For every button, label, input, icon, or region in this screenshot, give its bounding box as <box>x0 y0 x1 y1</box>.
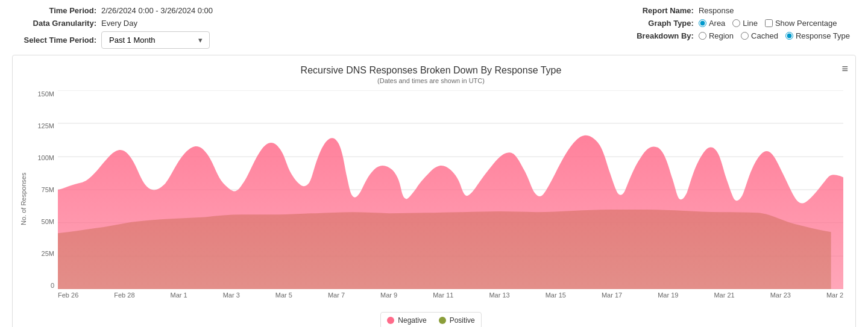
chart-title: Recursive DNS Responses Broken Down By R… <box>19 65 843 76</box>
y-tick: 0 <box>51 282 54 289</box>
granularity-row: Data Granularity: Every Day <box>18 19 213 28</box>
y-tick: 125M <box>37 122 54 129</box>
legend-positive: Positive <box>439 316 475 325</box>
radio-response-type-label: Response Type <box>796 31 850 40</box>
left-controls: Time Period: 2/26/2024 0:00 - 3/26/2024 … <box>18 6 213 49</box>
show-percentage-item[interactable]: Show Percentage <box>765 19 837 28</box>
breakdown-row: Breakdown By: Region Cached Response Typ… <box>615 31 850 40</box>
radio-region[interactable]: Region <box>699 31 734 40</box>
right-controls: Report Name: Response Graph Type: Area L… <box>615 6 850 49</box>
x-tick: Mar 9 <box>380 291 397 299</box>
chart-container: ≡ Recursive DNS Responses Broken Down By… <box>12 55 856 327</box>
show-percentage-checkbox[interactable] <box>765 19 773 27</box>
x-tick: Mar 3 <box>223 291 240 299</box>
x-tick: Feb 26 <box>58 291 78 299</box>
chart-plot <box>58 90 843 289</box>
radio-line-label: Line <box>743 19 758 28</box>
x-tick: Mar 11 <box>433 291 453 299</box>
y-tick: 50M <box>42 218 54 225</box>
y-axis: 150M125M100M75M50M25M0 <box>31 90 58 289</box>
x-tick: Mar 5 <box>275 291 292 299</box>
radio-area-label: Area <box>709 19 725 28</box>
x-tick: Mar 15 <box>546 291 566 299</box>
x-tick: Mar 17 <box>602 291 622 299</box>
report-name-row: Report Name: Response <box>615 6 850 15</box>
graph-type-label: Graph Type: <box>615 19 694 28</box>
time-period-value: 2/26/2024 0:00 - 3/26/2024 0:00 <box>101 6 213 15</box>
radio-area[interactable]: Area <box>699 19 725 28</box>
y-tick: 150M <box>37 90 54 98</box>
radio-response-type-input[interactable] <box>785 32 793 40</box>
x-tick: Mar 23 <box>770 291 791 299</box>
x-tick: Mar 2 <box>826 291 843 299</box>
breakdown-group: Region Cached Response Type <box>699 31 850 40</box>
x-tick: Mar 1 <box>171 291 187 299</box>
x-tick: Mar 7 <box>328 291 345 299</box>
y-tick: 75M <box>42 186 54 193</box>
y-tick: 100M <box>37 154 54 161</box>
time-period-row: Time Period: 2/26/2024 0:00 - 3/26/2024 … <box>18 6 213 15</box>
radio-region-label: Region <box>709 31 734 40</box>
select-time-row: Select Time Period: Past 1 MonthPast 1 W… <box>18 31 213 49</box>
hamburger-menu[interactable]: ≡ <box>841 63 848 75</box>
select-time-label: Select Time Period: <box>18 36 96 45</box>
x-tick: Feb 28 <box>114 291 134 299</box>
time-period-select-wrapper: Past 1 MonthPast 1 WeekPast 3 MonthsPast… <box>101 31 210 49</box>
graph-type-group: Area Line Show Percentage <box>699 19 837 28</box>
radio-cached-label: Cached <box>751 31 778 40</box>
x-tick: Mar 21 <box>714 291 734 299</box>
radio-cached-input[interactable] <box>741 32 749 40</box>
x-tick: Mar 13 <box>489 291 509 299</box>
report-name-value: Response <box>699 6 734 15</box>
chart-inner: 150M125M100M75M50M25M0 <box>31 90 843 307</box>
time-period-select[interactable]: Past 1 MonthPast 1 WeekPast 3 MonthsPast… <box>101 31 210 49</box>
legend-positive-dot <box>439 317 446 324</box>
area-chart-svg <box>58 90 843 289</box>
radio-line-input[interactable] <box>732 19 740 27</box>
legend-negative-dot <box>387 317 394 324</box>
x-axis: Feb 26Feb 28Mar 1Mar 3Mar 5Mar 7Mar 9Mar… <box>58 289 843 307</box>
show-percentage-label: Show Percentage <box>775 19 837 28</box>
chart-area: No. of Responses 150M125M100M75M50M25M0 <box>19 90 843 307</box>
y-tick: 25M <box>42 250 54 257</box>
x-tick: Mar 19 <box>658 291 678 299</box>
radio-response-type[interactable]: Response Type <box>785 31 850 40</box>
legend-positive-label: Positive <box>450 316 475 325</box>
time-period-label: Time Period: <box>18 6 96 15</box>
radio-cached[interactable]: Cached <box>741 31 778 40</box>
chart-subtitle: (Dates and times are shown in UTC) <box>19 77 843 84</box>
granularity-value: Every Day <box>101 19 137 28</box>
radio-area-input[interactable] <box>699 19 706 27</box>
breakdown-label: Breakdown By: <box>615 31 694 40</box>
radio-line[interactable]: Line <box>732 19 758 28</box>
graph-type-row: Graph Type: Area Line Show Percentage <box>615 19 850 28</box>
granularity-label: Data Granularity: <box>18 19 96 28</box>
radio-region-input[interactable] <box>699 32 706 40</box>
legend-negative: Negative <box>387 316 426 325</box>
legend-negative-label: Negative <box>398 316 426 325</box>
controls-panel: Time Period: 2/26/2024 0:00 - 3/26/2024 … <box>0 0 868 55</box>
chart-legend: Negative Positive <box>380 312 481 327</box>
report-name-label: Report Name: <box>615 6 694 15</box>
y-axis-label: No. of Responses <box>19 90 28 307</box>
